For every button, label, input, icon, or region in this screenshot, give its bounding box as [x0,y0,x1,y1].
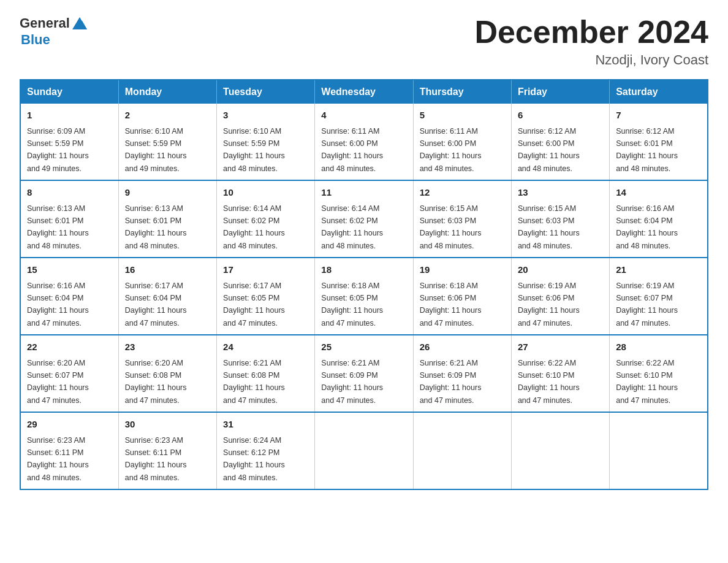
calendar-cell [610,412,708,489]
calendar-cell: 23 Sunrise: 6:20 AMSunset: 6:08 PMDaylig… [118,335,216,412]
weekday-header-saturday: Saturday [610,80,708,104]
calendar-cell: 27 Sunrise: 6:22 AMSunset: 6:10 PMDaylig… [511,335,609,412]
day-number: 5 [420,109,505,123]
calendar-cell: 28 Sunrise: 6:22 AMSunset: 6:10 PMDaylig… [610,335,708,412]
day-number: 14 [616,186,701,200]
day-info: Sunrise: 6:16 AMSunset: 6:04 PMDaylight:… [616,204,678,250]
calendar-cell: 18 Sunrise: 6:18 AMSunset: 6:05 PMDaylig… [315,258,413,335]
calendar-cell: 31 Sunrise: 6:24 AMSunset: 6:12 PMDaylig… [217,412,315,489]
day-number: 15 [27,263,112,277]
calendar-cell: 6 Sunrise: 6:12 AMSunset: 6:00 PMDayligh… [511,104,609,180]
day-info: Sunrise: 6:21 AMSunset: 6:09 PMDaylight:… [321,359,383,405]
day-info: Sunrise: 6:20 AMSunset: 6:08 PMDaylight:… [125,359,187,405]
day-number: 20 [518,263,603,277]
day-number: 10 [223,186,308,200]
day-info: Sunrise: 6:21 AMSunset: 6:09 PMDaylight:… [420,359,482,405]
calendar-cell: 2 Sunrise: 6:10 AMSunset: 5:59 PMDayligh… [118,104,216,180]
calendar-cell [511,412,609,489]
day-info: Sunrise: 6:11 AMSunset: 6:00 PMDaylight:… [321,127,383,173]
day-number: 17 [223,263,308,277]
calendar-header: SundayMondayTuesdayWednesdayThursdayFrid… [20,80,708,104]
day-info: Sunrise: 6:19 AMSunset: 6:06 PMDaylight:… [518,282,580,327]
day-info: Sunrise: 6:10 AMSunset: 5:59 PMDaylight:… [125,127,187,173]
calendar-cell: 4 Sunrise: 6:11 AMSunset: 6:00 PMDayligh… [315,104,413,180]
weekday-header-row: SundayMondayTuesdayWednesdayThursdayFrid… [20,80,708,104]
day-number: 19 [420,263,505,277]
day-number: 16 [125,263,210,277]
weekday-header-sunday: Sunday [20,80,118,104]
calendar-cell: 21 Sunrise: 6:19 AMSunset: 6:07 PMDaylig… [610,258,708,335]
calendar-week-row: 29 Sunrise: 6:23 AMSunset: 6:11 PMDaylig… [20,412,708,489]
page-header: General Blue December 2024 Nzodji, Ivory… [20,15,708,68]
title-block: December 2024 Nzodji, Ivory Coast [474,15,708,68]
calendar-cell: 10 Sunrise: 6:14 AMSunset: 6:02 PMDaylig… [217,180,315,258]
calendar-cell: 5 Sunrise: 6:11 AMSunset: 6:00 PMDayligh… [413,104,511,180]
day-info: Sunrise: 6:11 AMSunset: 6:00 PMDaylight:… [420,127,482,173]
day-info: Sunrise: 6:14 AMSunset: 6:02 PMDaylight:… [321,204,383,250]
calendar-cell: 1 Sunrise: 6:09 AMSunset: 5:59 PMDayligh… [20,104,118,180]
day-number: 26 [420,340,505,354]
day-info: Sunrise: 6:16 AMSunset: 6:04 PMDaylight:… [27,282,89,327]
calendar-cell: 8 Sunrise: 6:13 AMSunset: 6:01 PMDayligh… [20,180,118,258]
day-number: 18 [321,263,406,277]
day-info: Sunrise: 6:23 AMSunset: 6:11 PMDaylight:… [125,436,187,482]
calendar-cell: 15 Sunrise: 6:16 AMSunset: 6:04 PMDaylig… [20,258,118,335]
day-info: Sunrise: 6:18 AMSunset: 6:05 PMDaylight:… [321,282,383,327]
day-number: 23 [125,340,210,354]
day-info: Sunrise: 6:13 AMSunset: 6:01 PMDaylight:… [27,204,89,250]
day-number: 6 [518,109,603,123]
day-info: Sunrise: 6:15 AMSunset: 6:03 PMDaylight:… [420,204,482,250]
day-number: 4 [321,109,406,123]
calendar-cell: 12 Sunrise: 6:15 AMSunset: 6:03 PMDaylig… [413,180,511,258]
calendar-cell: 30 Sunrise: 6:23 AMSunset: 6:11 PMDaylig… [118,412,216,489]
calendar-cell: 17 Sunrise: 6:17 AMSunset: 6:05 PMDaylig… [217,258,315,335]
day-info: Sunrise: 6:14 AMSunset: 6:02 PMDaylight:… [223,204,285,250]
calendar-body: 1 Sunrise: 6:09 AMSunset: 5:59 PMDayligh… [20,104,708,489]
day-info: Sunrise: 6:13 AMSunset: 6:01 PMDaylight:… [125,204,187,250]
day-info: Sunrise: 6:22 AMSunset: 6:10 PMDaylight:… [616,359,678,405]
weekday-header-wednesday: Wednesday [315,80,413,104]
day-number: 25 [321,340,406,354]
calendar-cell: 7 Sunrise: 6:12 AMSunset: 6:01 PMDayligh… [610,104,708,180]
day-info: Sunrise: 6:18 AMSunset: 6:06 PMDaylight:… [420,282,482,327]
weekday-header-thursday: Thursday [413,80,511,104]
day-number: 30 [125,418,210,432]
day-info: Sunrise: 6:20 AMSunset: 6:07 PMDaylight:… [27,359,89,405]
calendar-week-row: 8 Sunrise: 6:13 AMSunset: 6:01 PMDayligh… [20,180,708,258]
calendar-cell: 19 Sunrise: 6:18 AMSunset: 6:06 PMDaylig… [413,258,511,335]
logo: General Blue [20,15,88,48]
weekday-header-friday: Friday [511,80,609,104]
location-text: Nzodji, Ivory Coast [474,52,708,68]
day-number: 2 [125,109,210,123]
calendar-cell: 16 Sunrise: 6:17 AMSunset: 6:04 PMDaylig… [118,258,216,335]
day-info: Sunrise: 6:17 AMSunset: 6:04 PMDaylight:… [125,282,187,327]
day-number: 7 [616,109,701,123]
calendar-cell: 25 Sunrise: 6:21 AMSunset: 6:09 PMDaylig… [315,335,413,412]
day-number: 29 [27,418,112,432]
day-number: 21 [616,263,701,277]
day-number: 11 [321,186,406,200]
day-info: Sunrise: 6:22 AMSunset: 6:10 PMDaylight:… [518,359,580,405]
day-number: 8 [27,186,112,200]
calendar-cell [413,412,511,489]
day-info: Sunrise: 6:12 AMSunset: 6:01 PMDaylight:… [616,127,678,173]
day-number: 22 [27,340,112,354]
calendar-cell: 11 Sunrise: 6:14 AMSunset: 6:02 PMDaylig… [315,180,413,258]
day-info: Sunrise: 6:12 AMSunset: 6:00 PMDaylight:… [518,127,580,173]
calendar-cell: 22 Sunrise: 6:20 AMSunset: 6:07 PMDaylig… [20,335,118,412]
day-info: Sunrise: 6:24 AMSunset: 6:12 PMDaylight:… [223,436,285,482]
calendar-cell: 26 Sunrise: 6:21 AMSunset: 6:09 PMDaylig… [413,335,511,412]
calendar-cell: 29 Sunrise: 6:23 AMSunset: 6:11 PMDaylig… [20,412,118,489]
day-number: 24 [223,340,308,354]
day-info: Sunrise: 6:09 AMSunset: 5:59 PMDaylight:… [27,127,89,173]
day-info: Sunrise: 6:10 AMSunset: 5:59 PMDaylight:… [223,127,285,173]
calendar-week-row: 15 Sunrise: 6:16 AMSunset: 6:04 PMDaylig… [20,258,708,335]
weekday-header-monday: Monday [118,80,216,104]
day-number: 13 [518,186,603,200]
calendar-week-row: 22 Sunrise: 6:20 AMSunset: 6:07 PMDaylig… [20,335,708,412]
logo-icon [71,15,88,32]
day-number: 9 [125,186,210,200]
day-number: 1 [27,109,112,123]
calendar-cell: 20 Sunrise: 6:19 AMSunset: 6:06 PMDaylig… [511,258,609,335]
calendar-cell: 13 Sunrise: 6:15 AMSunset: 6:03 PMDaylig… [511,180,609,258]
